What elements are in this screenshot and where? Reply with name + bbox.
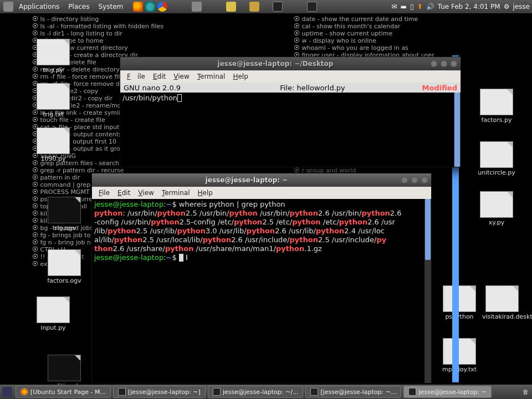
desktop-icon-trig-txt[interactable]: trig.txt xyxy=(33,83,73,118)
nano-content: /usr/bin/python xyxy=(122,94,177,102)
taskbar-task[interactable]: jesse@jesse-laptop: ~ xyxy=(403,386,491,398)
nano-menubar: File Edit View Terminal Help xyxy=(120,70,461,83)
task-label: jesse@jesse-laptop: ~/... xyxy=(223,388,299,396)
desktop-icon-pspython[interactable]: pspython xyxy=(439,285,479,320)
taskbar-task[interactable]: [jesse@jesse-laptop: ~... xyxy=(305,386,401,398)
menu-applications[interactable]: Applications xyxy=(14,3,64,11)
nano-titlebar[interactable]: jesse@jesse-laptop: ~/Desktop xyxy=(120,57,461,70)
maximize-button[interactable] xyxy=(441,60,447,67)
menu-edit[interactable]: Edit xyxy=(150,71,169,81)
desktop-icon-label: trig.txt xyxy=(33,111,73,118)
menu-view[interactable]: View xyxy=(135,188,157,198)
maximize-button[interactable] xyxy=(411,177,418,183)
desktop-icon-label: factors.py xyxy=(477,116,516,124)
nano-filename: File: helloworld.py xyxy=(223,84,402,92)
task-label: jesse@jesse-laptop: ~ xyxy=(418,388,486,396)
terminal-launcher-icon[interactable] xyxy=(307,2,317,12)
task-label: [jesse@jesse-laptop: ~] xyxy=(128,388,201,396)
top-panel: Applications Places System ✉ ▬ ▯ ⬆ 🔊 Tue… xyxy=(0,0,532,13)
monitor-icon[interactable] xyxy=(273,2,283,12)
system-tray: ✉ ▬ ▯ ⬆ 🔊 Tue Feb 2, 4:01 PM ⚙ jesse xyxy=(392,3,530,11)
help-icon[interactable] xyxy=(145,2,155,12)
terminal-line: python: /usr/bin/python2.5 /usr/bin/pyth… xyxy=(94,209,429,218)
files-icon[interactable] xyxy=(249,2,259,12)
terminal-window[interactable]: jesse@jesse-laptop: ~ File Edit View Ter… xyxy=(91,173,432,383)
volume-icon[interactable]: 🔊 xyxy=(426,3,434,11)
desktop-icon-visitakirad-desktop[interactable]: visitakirad.desktop xyxy=(482,285,522,320)
terminal-cursor xyxy=(179,254,183,262)
scrollbar[interactable] xyxy=(424,199,431,383)
desktop-icon-unitcircle-py[interactable]: unitcircle.py xyxy=(477,141,516,176)
minimize-button[interactable] xyxy=(401,177,408,183)
desktop-icon-input-py[interactable]: input.py xyxy=(33,296,73,331)
nano-modified: Modified xyxy=(402,84,457,92)
close-button[interactable] xyxy=(421,177,428,183)
desktop-icon-label: mptejoy.txt xyxy=(439,366,479,373)
launcher-icon[interactable] xyxy=(192,2,202,12)
desktop-icon-trig-py[interactable]: trig.py xyxy=(33,39,73,74)
menu-help[interactable]: Help xyxy=(195,188,216,198)
menu-edit[interactable]: Edit xyxy=(114,188,134,198)
terminal-line: -config /usr/bin/python2.5-config /etc/p… xyxy=(94,218,429,227)
terminal-body[interactable]: jesse@jesse-laptop:~$ whereis python | g… xyxy=(92,199,431,383)
user-icon[interactable]: ⚙ xyxy=(504,3,510,11)
desktop-icon-1090-py[interactable]: 1090.py xyxy=(33,127,73,162)
terminal-line: thon2.6 /usr/share/python /usr/share/man… xyxy=(94,244,429,253)
updates-icon[interactable]: ⬆ xyxy=(417,3,423,11)
taskbar-task[interactable]: [Ubuntu Start Page - M... xyxy=(16,386,111,398)
clock[interactable]: Tue Feb 2, 4:01 PM xyxy=(438,3,500,11)
show-desktop-icon[interactable] xyxy=(2,387,12,397)
menu-places[interactable]: Places xyxy=(64,3,94,11)
desktop-icon-label: pspython xyxy=(439,313,479,320)
indicator-icon[interactable]: ▯ xyxy=(410,3,414,11)
network-icon[interactable]: ▬ xyxy=(401,3,407,11)
close-button[interactable] xyxy=(451,60,457,67)
nano-cursor xyxy=(177,94,182,102)
nano-status-bar: GNU nano 2.0.9 File: helloworld.py Modif… xyxy=(120,83,461,93)
desktop-icon-label: trig.ogv xyxy=(44,224,84,232)
terminal-title: jesse@jesse-laptop: ~ xyxy=(95,176,398,184)
taskbar-task[interactable]: [jesse@jesse-laptop: ~] xyxy=(113,386,206,398)
desktop-icon-label: 1090.py xyxy=(33,155,73,162)
nano-version: GNU nano 2.0.9 xyxy=(124,84,223,92)
notes-icon[interactable] xyxy=(226,2,236,12)
taskbar-task[interactable]: jesse@jesse-laptop: ~/... xyxy=(208,386,304,398)
menu-terminal[interactable]: Terminal xyxy=(194,71,229,81)
desktop-icon-factors-ogv[interactable]: factors.ogv xyxy=(44,249,84,284)
minimize-button[interactable] xyxy=(431,60,437,67)
chrome-icon[interactable] xyxy=(157,2,167,12)
trash-icon[interactable]: 🗑 xyxy=(523,388,529,396)
desktop-icon-xy-py[interactable]: xy.py xyxy=(477,191,516,226)
desktop-icon-label: factors.ogv xyxy=(44,277,84,284)
desktop-icon-factors-py[interactable]: factors.py xyxy=(477,89,516,124)
menu-file[interactable]: File xyxy=(124,71,149,81)
menu-file[interactable]: File xyxy=(95,188,113,198)
terminal-line: /lib/python2.5 /usr/lib/python3.0 /usr/l… xyxy=(94,227,429,236)
terminal-titlebar[interactable]: jesse@jesse-laptop: ~ xyxy=(92,173,431,187)
scrollbar[interactable] xyxy=(454,93,461,167)
terminal-line: al/lib/python2.5 /usr/local/lib/python2.… xyxy=(94,236,429,244)
terminal-line: jesse@jesse-laptop:~$ whereis python | g… xyxy=(94,200,429,209)
desktop-icon-label: visitakirad.desktop xyxy=(482,313,522,320)
gnome-icon[interactable] xyxy=(3,2,13,12)
firefox-icon[interactable] xyxy=(133,2,143,12)
terminal-menubar: File Edit View Terminal Help xyxy=(92,187,431,199)
mail-icon[interactable]: ✉ xyxy=(392,3,397,11)
desktop-icon-label: unitcircle.py xyxy=(477,169,516,176)
desktop-icon-label: trig.py xyxy=(33,66,73,74)
menu-view[interactable]: View xyxy=(170,71,192,81)
user-name[interactable]: jesse xyxy=(513,3,530,11)
bottom-panel: [Ubuntu Start Page - M...[jesse@jesse-la… xyxy=(0,385,532,399)
nano-editor-body[interactable]: /usr/bin/python xyxy=(120,93,461,167)
nano-editor-window[interactable]: jesse@jesse-laptop: ~/Desktop File Edit … xyxy=(120,57,461,167)
task-label: [jesse@jesse-laptop: ~... xyxy=(320,388,396,396)
desktop-icon-trig-ogv[interactable]: trig.ogv xyxy=(44,197,84,232)
nano-title: jesse@jesse-laptop: ~/Desktop xyxy=(124,60,427,68)
terminal-line: jesse@jesse-laptop:~$ I xyxy=(94,253,429,262)
menu-terminal[interactable]: Terminal xyxy=(158,188,193,198)
menu-system[interactable]: System xyxy=(94,3,127,11)
desktop-icon-mptejoy-txt[interactable]: mptejoy.txt xyxy=(439,338,479,373)
menu-help[interactable]: Help xyxy=(229,71,251,81)
desktop-icon-label: xy.py xyxy=(477,219,516,226)
desktop-icon-label: input.py xyxy=(33,324,73,331)
